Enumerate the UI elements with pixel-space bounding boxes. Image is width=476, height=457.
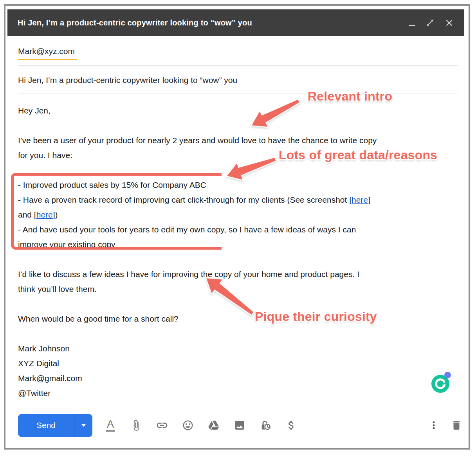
send-group: Send <box>18 414 92 437</box>
annotation-curiosity: Pique their curiosity <box>255 309 377 324</box>
compose-titlebar: Hi Jen, I’m a product-centric copywriter… <box>7 9 464 36</box>
insert-emoji-button[interactable] <box>182 418 194 432</box>
trash-icon <box>451 419 462 431</box>
minimize-icon[interactable] <box>409 18 415 28</box>
attach-file-icon <box>130 419 142 431</box>
confidential-mode-icon <box>259 419 272 432</box>
compose-title: Hi Jen, I’m a product-centric copywriter… <box>18 18 252 27</box>
recipient-field[interactable]: Mark@xyz.com <box>18 47 77 60</box>
annotation-relevant-intro: Relevant intro <box>308 89 392 104</box>
attach-file-button[interactable] <box>130 418 142 432</box>
formatting-options-button[interactable]: A <box>104 418 117 432</box>
confidential-mode-button[interactable] <box>259 418 272 432</box>
greeting: Hey Jen, <box>18 103 460 118</box>
subject-field[interactable]: Hi Jen, I’m a product-centric copywriter… <box>18 76 237 85</box>
toolbar-right <box>427 418 463 432</box>
expand-icon[interactable] <box>426 18 435 28</box>
dropdown-arrow-icon <box>81 424 86 427</box>
insert-emoji-icon <box>182 419 194 431</box>
insert-photo-button[interactable] <box>233 418 246 432</box>
divider <box>18 65 458 66</box>
insert-drive-button[interactable] <box>207 418 220 432</box>
annotation-bracket <box>11 173 222 250</box>
screenshot-root: Hi Jen, I’m a product-centric copywriter… <box>0 0 476 457</box>
insert-photo-icon <box>234 419 245 431</box>
recipient-address[interactable]: Mark@xyz.com <box>18 47 77 60</box>
annotation-data-reasons: Lots of great data/reasons <box>279 148 437 162</box>
compose-toolbar: Send A <box>18 414 463 437</box>
discard-draft-button[interactable] <box>450 418 463 432</box>
screenshot-link-1[interactable]: here <box>352 195 368 204</box>
more-options-icon <box>429 420 439 430</box>
send-options-button[interactable] <box>74 414 92 437</box>
formatting-row: A <box>104 418 298 432</box>
more-options-button[interactable] <box>427 418 440 432</box>
request-money-icon <box>285 419 297 431</box>
close-icon[interactable] <box>445 18 454 28</box>
google-drive-icon <box>208 419 220 431</box>
signature-block: Mark Johnson XYZ Digital Mark@gmail.com … <box>18 341 460 401</box>
call-question: When would be a good time for a short ca… <box>18 311 460 326</box>
formatting-icon: A <box>106 419 115 432</box>
pitch-paragraph: I’d like to discuss a few ideas I have f… <box>18 267 460 297</box>
window-controls <box>409 18 454 28</box>
send-button[interactable]: Send <box>18 414 74 437</box>
insert-link-icon <box>156 419 168 432</box>
insert-link-button[interactable] <box>156 418 168 432</box>
request-money-button[interactable] <box>285 418 298 432</box>
grammarly-notification-dot <box>444 372 451 378</box>
